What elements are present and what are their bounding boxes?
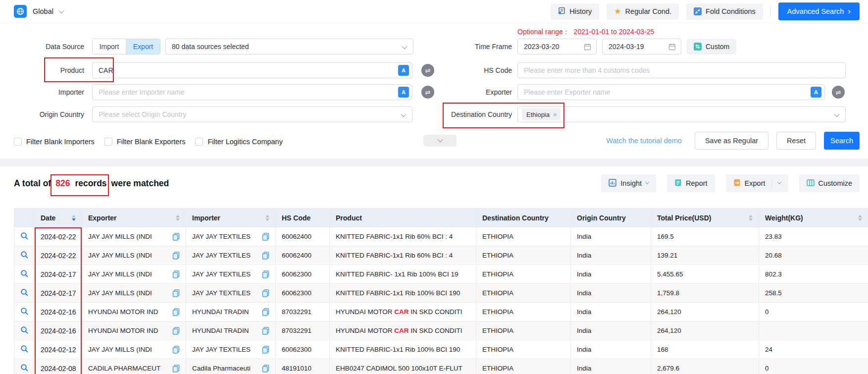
search-actions: Watch the tutorial demo Save as Regular …	[606, 132, 860, 150]
copy-icon[interactable]	[172, 327, 180, 335]
copy-icon[interactable]	[172, 346, 180, 354]
copy-icon[interactable]	[262, 346, 269, 354]
copy-icon[interactable]	[172, 252, 180, 260]
cell-weight	[759, 321, 868, 340]
chevron-down-icon[interactable]	[777, 180, 781, 184]
product-field: A	[92, 62, 412, 78]
synonym-icon[interactable]: ⇌	[832, 86, 845, 99]
tag-close-icon[interactable]: ×	[553, 111, 557, 118]
copy-icon[interactable]	[262, 252, 269, 260]
import-tab[interactable]: Import	[93, 39, 126, 54]
hs-code-label: HS Code	[436, 66, 512, 74]
tutorial-link[interactable]: Watch the tutorial demo	[606, 137, 682, 145]
custom-range-button[interactable]: Custom	[687, 39, 736, 54]
cell-importer: JAY JAY TEXTILES	[186, 227, 276, 246]
product-input[interactable]	[93, 63, 412, 78]
synonym-icon[interactable]: ⇌	[421, 86, 434, 99]
region-selector[interactable]: Global	[14, 5, 63, 18]
origin-country-select[interactable]: Please select Origin Country	[92, 107, 412, 122]
reset-button[interactable]: Reset	[776, 132, 816, 150]
row-magnifier-icon[interactable]	[20, 307, 29, 316]
time-frame-row: Time Frame 2023-03-20 2024-03-19 Custom	[436, 39, 868, 54]
report-button[interactable]: Report	[667, 174, 715, 192]
sort-icon[interactable]	[265, 215, 269, 221]
copy-icon[interactable]	[172, 289, 180, 297]
end-date-input[interactable]: 2024-03-19	[602, 39, 681, 54]
importer-input[interactable]	[93, 85, 412, 100]
advanced-search-button[interactable]: Advanced Search ›	[778, 2, 860, 20]
custom-icon	[694, 43, 702, 51]
sort-icon[interactable]	[176, 215, 180, 221]
regular-cond-button[interactable]: ★ Regular Cond.	[607, 3, 679, 20]
row-magnifier-icon[interactable]	[20, 269, 29, 278]
cell-exporter: HYUNDAI MOTOR IND	[82, 321, 186, 340]
export-tab[interactable]: Export	[126, 39, 160, 54]
fold-conditions-button[interactable]: Fold Conditions	[686, 3, 763, 20]
search-button[interactable]: Search	[824, 132, 860, 150]
exporter-input[interactable]	[518, 85, 824, 100]
hs-code-input[interactable]	[518, 63, 845, 78]
copy-icon[interactable]	[262, 308, 269, 316]
history-button[interactable]: History	[551, 3, 599, 20]
copy-icon[interactable]	[262, 289, 269, 297]
col-date: Date	[35, 209, 82, 227]
collapse-conditions-button[interactable]	[423, 135, 457, 147]
cell-view	[14, 321, 35, 340]
cell-destination: ETHIOPIA	[476, 284, 571, 303]
checkbox[interactable]	[104, 138, 112, 146]
destination-country-select[interactable]: Ethiopia ×	[517, 107, 846, 122]
cell-exporter: JAY JAY MILLS (INDI	[82, 246, 186, 265]
time-frame-label: Time Frame	[436, 43, 512, 51]
export-button[interactable]: Export	[726, 174, 788, 192]
cell-weight: 802.3	[759, 265, 868, 284]
data-source-label: Data Source	[0, 43, 84, 51]
data-source-select[interactable]: 80 data sources selected	[165, 39, 413, 54]
copy-icon[interactable]	[262, 365, 269, 373]
sort-icon[interactable]	[858, 215, 862, 221]
copy-icon[interactable]	[172, 365, 180, 373]
translate-icon[interactable]: A	[398, 87, 409, 98]
checkbox[interactable]	[14, 138, 22, 146]
copy-icon[interactable]	[172, 270, 180, 278]
synonym-icon[interactable]: ⇌	[421, 64, 434, 77]
col-destination-country: Destination Country	[476, 209, 571, 227]
calendar-icon	[668, 43, 676, 52]
row-magnifier-icon[interactable]	[20, 288, 29, 297]
translate-icon[interactable]: A	[811, 87, 821, 98]
cell-hs-code: 87032291	[276, 303, 330, 321]
row-magnifier-icon[interactable]	[20, 345, 29, 353]
cell-importer: JAY JAY TEXTILES	[186, 246, 276, 265]
row-magnifier-icon[interactable]	[20, 364, 29, 372]
table-row: 2024-02-22JAY JAY MILLS (INDIJAY JAY TEX…	[14, 246, 868, 265]
copy-icon[interactable]	[172, 233, 180, 241]
filter-blank-importers: Filter Blank Importers	[14, 138, 95, 146]
sort-icon[interactable]	[72, 215, 76, 221]
cell-destination: ETHIOPIA	[476, 227, 571, 246]
save-as-regular-button[interactable]: Save as Regular	[695, 132, 768, 150]
divider	[771, 178, 772, 188]
cell-date: 2024-02-08	[35, 359, 82, 374]
copy-icon[interactable]	[262, 270, 269, 278]
col-importer: Importer	[186, 209, 276, 227]
sort-icon[interactable]	[749, 215, 753, 221]
cell-hs-code: 48191010	[276, 359, 330, 374]
cell-origin: India	[571, 227, 651, 246]
copy-icon[interactable]	[172, 308, 180, 316]
copy-icon[interactable]	[262, 233, 269, 241]
exporter-label: Exporter	[436, 88, 512, 96]
chevron-right-icon: ›	[848, 7, 851, 15]
results-summary: A total of 826 records were matched	[14, 178, 169, 189]
cell-total-price: 139.21	[651, 246, 759, 265]
insight-button[interactable]: Insight	[601, 174, 656, 192]
checkbox[interactable]	[195, 138, 203, 146]
customize-button[interactable]: Customize	[799, 174, 860, 192]
copy-icon[interactable]	[262, 327, 269, 335]
row-magnifier-icon[interactable]	[20, 232, 29, 240]
row-magnifier-icon[interactable]	[20, 326, 29, 334]
cell-view	[14, 246, 35, 265]
calendar-icon	[584, 43, 591, 52]
start-date-input[interactable]: 2023-03-20	[517, 39, 597, 54]
cell-exporter: JAY JAY MILLS (INDI	[82, 227, 186, 246]
row-magnifier-icon[interactable]	[20, 251, 29, 259]
translate-icon[interactable]: A	[398, 65, 409, 76]
